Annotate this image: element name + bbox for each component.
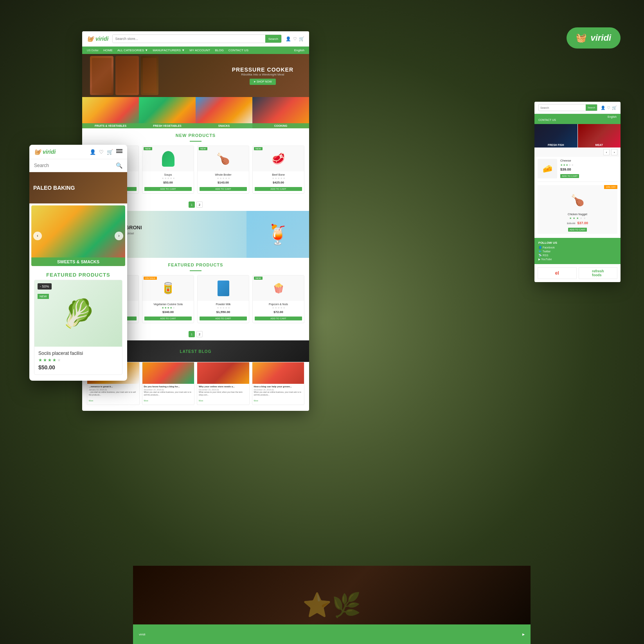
mobile-star-1: ★ xyxy=(38,358,42,363)
right-product-img-cheese: 🧀 xyxy=(538,159,557,178)
cstar-5: ★ xyxy=(583,217,586,220)
carousel-next-button[interactable]: › xyxy=(115,232,123,240)
wishlist-icon[interactable]: ♡ xyxy=(293,36,297,41)
right-search-button[interactable]: Search xyxy=(586,104,597,111)
nav-manufacturers[interactable]: MANUFACTURERS ▼ xyxy=(153,49,185,52)
mobile-account-icon[interactable]: 👤 xyxy=(90,149,96,155)
desktop-header-icons: 👤 ♡ 🛒 xyxy=(286,36,304,41)
product-card-popcorn[interactable]: NEW 🍿 Popcorn & Nuts ★ ★ ★ ★ ★ $72.00 AD… xyxy=(252,275,304,323)
right-atc-cheese[interactable]: ADD TO CART xyxy=(560,174,579,178)
star-1: ★ xyxy=(272,177,274,180)
language-select[interactable]: English xyxy=(294,49,304,52)
right-product-chicken[interactable]: 10% OFF 🍗 Chicken Nugget ★ ★ ★ ★ ★ $39.9… xyxy=(538,185,617,234)
product-card-milk[interactable]: Powder Milk ★ ★ ★ ★ ★ $1,550.00 ADD TO C… xyxy=(197,275,249,323)
add-to-cart-popcorn[interactable]: ADD TO CART xyxy=(255,317,302,320)
right-cat-nav: ‹ › xyxy=(534,148,621,157)
mobile-search-input[interactable] xyxy=(34,163,116,168)
mobile-search-icon: 🔍 xyxy=(116,162,122,169)
read-more-1[interactable]: More xyxy=(89,399,93,402)
beef-img: 🥩 xyxy=(272,152,285,165)
youtube-link[interactable]: ▶ YouTube xyxy=(538,258,617,261)
read-more-4[interactable]: More xyxy=(254,399,258,402)
right-atc-chicken[interactable]: ADD TO CART xyxy=(568,228,587,232)
desktop-search-input[interactable] xyxy=(113,35,265,43)
footer-arrow[interactable]: ▶ xyxy=(522,633,525,636)
mobile-search-bar[interactable]: 🔍 xyxy=(29,159,127,172)
product-info-popcorn: Popcorn & Nuts ★ ★ ★ ★ ★ $72.00 ADD TO C… xyxy=(253,301,304,323)
right-language[interactable]: English xyxy=(608,115,617,118)
nav-account[interactable]: MY ACCOUNT xyxy=(189,49,210,52)
mobile-cart-icon[interactable]: 🛒 xyxy=(107,149,113,155)
soups-img xyxy=(162,151,174,167)
right-account-icon[interactable]: 👤 xyxy=(601,106,605,110)
mobile-discount-badge: - 50% xyxy=(38,283,52,290)
nav-blog[interactable]: BLOG xyxy=(215,49,223,52)
right-cat-fish-label: FRESH FISH xyxy=(534,144,577,146)
nav-home[interactable]: HOME xyxy=(103,49,113,52)
cart-icon[interactable]: 🛒 xyxy=(299,36,304,41)
right-cat-prev-btn[interactable]: ‹ xyxy=(603,149,610,155)
hero-banner: PRESSURE COOKER Ribollita Into a Weeknig… xyxy=(82,54,309,97)
read-more-3[interactable]: More xyxy=(199,399,203,402)
blog-excerpt-3: What comes to your mind, when you hear t… xyxy=(199,391,248,396)
right-product-img-chicken: 🍗 xyxy=(541,187,614,213)
right-cart-icon[interactable]: 🛒 xyxy=(612,106,617,110)
product-info-milk: Powder Milk ★ ★ ★ ★ ★ $1,550.00 ADD TO C… xyxy=(198,301,249,323)
right-cat-fish[interactable]: FRESH FISH xyxy=(534,124,577,148)
right-wishlist-icon[interactable]: ♡ xyxy=(607,106,610,110)
hero-shop-now-button[interactable]: ➤ SHOP NOW xyxy=(250,79,276,85)
featured-page-btn-2[interactable]: 2 xyxy=(196,331,203,337)
hamburger-line-3 xyxy=(116,152,122,153)
category-vegetables[interactable]: FRESH VEGETABLES xyxy=(139,97,196,128)
blog-card-2[interactable]: Do you know having a blog for... Decembe… xyxy=(142,362,195,405)
category-snacks[interactable]: SNACKS xyxy=(196,97,252,128)
nav-contact[interactable]: CONTACT US xyxy=(228,49,248,52)
mobile-star-2: ★ xyxy=(43,358,47,363)
featured-page-btn-1[interactable]: 1 xyxy=(189,331,195,337)
right-cat-meat[interactable]: MEAT xyxy=(578,124,621,148)
add-to-cart-veg-sola[interactable]: ADD TO CART xyxy=(144,317,192,320)
star-5: ★ xyxy=(228,177,230,180)
twitter-link[interactable]: 🐦 Twitter xyxy=(538,250,617,253)
cstar-2: ★ xyxy=(573,217,575,220)
add-to-cart-milk[interactable]: ADD TO CART xyxy=(200,317,247,320)
hero-product-images xyxy=(90,56,158,95)
read-more-2[interactable]: More xyxy=(144,399,148,402)
desktop-search-bar[interactable]: Search xyxy=(112,34,282,43)
nav-categories[interactable]: ALL CATEGORIES ▼ xyxy=(117,49,148,52)
facebook-link[interactable]: 📘 Facebook xyxy=(538,246,617,249)
blog-card-3[interactable]: Why your online store needs a... Decembe… xyxy=(197,362,250,405)
add-to-cart-beef[interactable]: ADD TO CART xyxy=(255,187,302,191)
category-fruits[interactable]: FRUITS & VEGETABLES xyxy=(82,97,139,128)
popcorn-img: 🍿 xyxy=(273,283,284,294)
star-1: ★ xyxy=(217,306,219,309)
desktop-search-button[interactable]: Search xyxy=(265,35,281,43)
product-card-broiler[interactable]: NEW 🍗 Whole Broiler ★ ★ ★ ★ ★ $143.00 AD… xyxy=(197,146,249,194)
rss-link[interactable]: 📡 RSS xyxy=(538,254,617,257)
category-cooking[interactable]: COOKING xyxy=(252,97,309,128)
product-card-veg-sola[interactable]: ON SALE 🥫 Vegetarian Cuisine Sola ★ ★ ★ … xyxy=(142,275,194,323)
right-search-bar[interactable]: Search xyxy=(538,104,597,111)
blog-card-4[interactable]: How a blog can help your grown... Decemb… xyxy=(252,362,305,405)
page-btn-2[interactable]: 2 xyxy=(196,201,203,208)
right-cat-next-btn[interactable]: › xyxy=(611,149,617,155)
page-btn-1[interactable]: 1 xyxy=(189,201,195,208)
product-card-beef[interactable]: NEW 🥩 Beef Bone ★ ★ ★ ★ ★ $425.00 ADD TO… xyxy=(252,146,304,194)
right-nav-contact[interactable]: CONTACT US xyxy=(538,119,556,121)
blog-excerpt-1: ...you start an online business, your ma… xyxy=(89,391,138,396)
right-search-input[interactable] xyxy=(539,104,586,111)
blog-text-2: Do you know having a blog for... Decembe… xyxy=(142,384,194,405)
product-stars-milk: ★ ★ ★ ★ ★ xyxy=(200,306,247,309)
product-price-beef: $425.00 xyxy=(255,181,302,184)
mobile-wishlist-icon[interactable]: ♡ xyxy=(99,149,104,155)
account-icon[interactable]: 👤 xyxy=(286,36,291,41)
blog-title-4: How a blog can help your grown... xyxy=(254,385,303,388)
add-to-cart-broiler[interactable]: ADD TO CART xyxy=(200,187,247,191)
carousel-prev-button[interactable]: ‹ xyxy=(33,232,42,240)
hamburger-menu-icon[interactable] xyxy=(116,149,122,155)
add-to-cart-soups[interactable]: ADD TO CART xyxy=(144,187,192,191)
right-product-price-cheese: $39.00 xyxy=(560,167,617,171)
product-card-soups[interactable]: NEW Soups ★ ★ ★ ★ ★ $53.00 ADD TO CART xyxy=(142,146,194,194)
mobile-product-card[interactable]: - 50% NEW 🥬 Sociis placerat facilisi ★ ★… xyxy=(34,280,122,375)
right-product-cheese[interactable]: 🧀 Cheese ★ ★ ★ ★ ★ $39.00 ADD TO CART xyxy=(538,159,617,182)
